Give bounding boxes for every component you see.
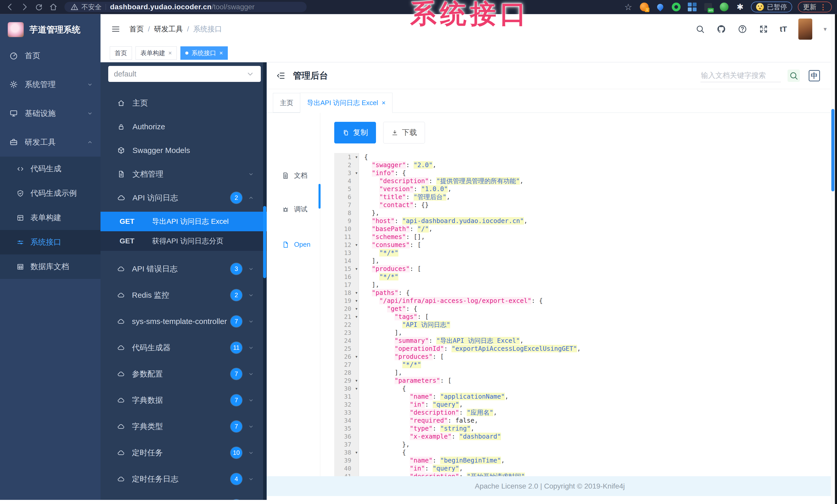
fold-caret-icon[interactable]: ▾: [355, 171, 357, 175]
doc-tab-主页[interactable]: 主页: [273, 93, 300, 113]
tag-表单构建[interactable]: 表单构建×: [136, 46, 177, 60]
ext-pin-icon[interactable]: [655, 2, 665, 12]
home-nav-icon[interactable]: [49, 3, 58, 11]
logo-row[interactable]: 芋道管理系统: [0, 14, 101, 41]
ext-orange-icon[interactable]: 1: [639, 2, 649, 12]
close-icon[interactable]: ×: [382, 99, 386, 107]
hamburger-icon[interactable]: [111, 24, 121, 34]
sidebar-item-label: 系统管理: [25, 79, 56, 90]
sidebar-subitem-系统接口[interactable]: 系统接口: [0, 230, 101, 255]
fold-caret-icon[interactable]: ▾: [355, 306, 357, 311]
swagger-item-label: Authorize: [132, 122, 165, 131]
sidebar-subitem-数据库文档[interactable]: 数据库文档: [0, 255, 101, 279]
fold-caret-icon[interactable]: ▾: [355, 354, 357, 359]
language-toggle[interactable]: 中: [809, 70, 820, 81]
swagger-item-API 访问日志[interactable]: API 访问日志2: [101, 186, 267, 210]
close-icon[interactable]: ×: [168, 50, 172, 57]
sidebar-scrollbar-thumb[interactable]: [263, 206, 266, 278]
swagger-item-主页[interactable]: 主页: [101, 91, 267, 115]
close-icon[interactable]: ×: [219, 50, 223, 57]
chevron-down-icon[interactable]: ▾: [824, 25, 827, 33]
sidebar-subitem-代码生成示例[interactable]: 代码生成示例: [0, 181, 101, 206]
code-line: 18▾"paths": {: [334, 289, 828, 297]
active-rail-indicator: [319, 184, 321, 209]
bookmark-star-icon[interactable]: ☆: [623, 2, 634, 12]
fold-caret-icon[interactable]: ▾: [355, 298, 357, 303]
fold-caret-icon[interactable]: ▾: [355, 243, 357, 247]
api-group-字典数据[interactable]: 字典数据7: [101, 387, 267, 413]
search-icon[interactable]: [695, 24, 705, 34]
collapse-icon[interactable]: [276, 71, 286, 81]
copy-button[interactable]: 复制: [334, 122, 376, 144]
ext-grid-icon[interactable]: [687, 2, 697, 12]
sidebar-scrollbar[interactable]: [263, 62, 266, 504]
fold-caret-icon[interactable]: ▾: [355, 291, 357, 295]
address-bar[interactable]: 不安全 dashboard.yudao.iocoder.cn /tool/swa…: [65, 2, 307, 12]
back-icon[interactable]: [6, 3, 14, 11]
api-group-label: Redis 监控: [132, 290, 169, 301]
sidebar-item-研发工具[interactable]: 研发工具: [0, 128, 101, 156]
api-group-sys-sms-template-controller[interactable]: sys-sms-template-controller7: [101, 308, 267, 335]
rail-item-调试[interactable]: 调试: [282, 205, 307, 214]
rail-item-label: 文档: [294, 171, 307, 180]
api-group-定时任务[interactable]: 定时任务10: [101, 440, 267, 466]
rail-item-文档[interactable]: 文档: [282, 171, 307, 180]
fold-caret-icon[interactable]: ▾: [355, 315, 357, 319]
paused-extension-chip[interactable]: 已暂停: [751, 2, 792, 12]
tag-系统接口[interactable]: 系统接口×: [180, 46, 228, 60]
swagger-item-文档管理[interactable]: 文档管理: [101, 162, 267, 186]
breadcrumb-item[interactable]: 研发工具: [154, 24, 183, 34]
api-group-参数配置[interactable]: 参数配置7: [101, 361, 267, 387]
reload-icon[interactable]: [35, 3, 43, 11]
ext-em-badge-icon[interactable]: em: [703, 2, 713, 12]
api-group-定时任务日志[interactable]: 定时任务日志4: [101, 466, 267, 492]
update-button[interactable]: 更新 ⋮: [798, 2, 832, 12]
doc-tab-导出API 访问日志 Excel[interactable]: 导出API 访问日志 Excel×: [300, 93, 392, 113]
fullscreen-icon[interactable]: [759, 24, 768, 34]
ext-paw-icon[interactable]: ✱: [735, 2, 745, 12]
group-select[interactable]: default: [108, 66, 261, 82]
fold-caret-icon[interactable]: ▾: [355, 378, 357, 383]
doc-search-input[interactable]: 输入文档关键字搜索: [700, 69, 781, 82]
menu-dots-icon[interactable]: ⋮: [819, 3, 827, 11]
line-number: 37: [334, 441, 359, 448]
sidebar-subitem-表单构建[interactable]: 表单构建: [0, 206, 101, 230]
fold-caret-icon[interactable]: ▾: [355, 386, 357, 391]
sidebar-item-系统管理[interactable]: 系统管理: [0, 70, 101, 99]
operation-导出API 访问日志 Excel[interactable]: GET导出API 访问日志 Excel: [101, 212, 267, 231]
forward-icon[interactable]: [20, 3, 29, 11]
doc-search-icon[interactable]: [787, 70, 800, 82]
code-text: "info": {: [359, 169, 406, 177]
line-number: 34: [334, 417, 359, 424]
tag-首页[interactable]: 首页: [110, 46, 132, 60]
download-button[interactable]: 下载: [383, 122, 425, 144]
chevron-down-icon: [248, 318, 254, 325]
window-scrollbar[interactable]: [831, 14, 835, 504]
window-scrollbar-thumb[interactable]: [831, 109, 834, 191]
github-icon[interactable]: [716, 24, 726, 34]
fold-caret-icon[interactable]: ▾: [355, 450, 357, 455]
form-icon: [17, 214, 24, 222]
breadcrumb-item[interactable]: 首页: [129, 24, 144, 34]
api-group-API 错误日志[interactable]: API 错误日志3: [101, 256, 267, 282]
copy-icon: [342, 129, 350, 136]
code-line: 23],: [334, 329, 828, 337]
api-group-Redis 监控[interactable]: Redis 监控2: [101, 282, 267, 308]
ext-leaf-icon[interactable]: [719, 2, 729, 12]
fontsize-icon[interactable]: tT: [780, 25, 787, 34]
operation-获得API 访问日志分页[interactable]: GET获得API 访问日志分页: [101, 231, 267, 251]
swagger-item-Authorize[interactable]: Authorize: [101, 115, 267, 138]
api-group-代码生成器[interactable]: 代码生成器11: [101, 335, 267, 361]
fold-caret-icon[interactable]: ▾: [355, 266, 357, 271]
swagger-item-Swagger Models[interactable]: Swagger Models: [101, 138, 267, 162]
ext-green-circle-icon[interactable]: [671, 2, 681, 12]
question-icon[interactable]: [737, 24, 747, 34]
sidebar-item-基础设施[interactable]: 基础设施: [0, 99, 101, 128]
api-group-字典类型[interactable]: 字典类型7: [101, 413, 267, 440]
sidebar-subitem-代码生成[interactable]: 代码生成: [0, 156, 101, 181]
avatar[interactable]: [798, 19, 812, 40]
fold-caret-icon[interactable]: ▾: [355, 155, 357, 160]
sidebar-subitem-label: 代码生成示例: [31, 188, 77, 199]
sidebar-item-首页[interactable]: 首页: [0, 41, 101, 70]
rail-item-Open[interactable]: Open: [282, 241, 310, 248]
